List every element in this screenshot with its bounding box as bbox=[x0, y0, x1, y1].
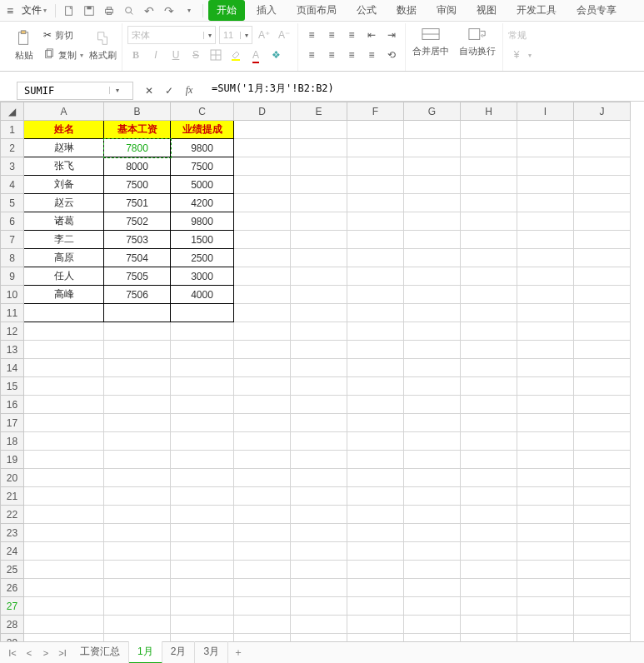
currency-icon[interactable]: ¥ bbox=[508, 47, 525, 63]
cell-B29[interactable] bbox=[104, 634, 171, 642]
cell-B24[interactable] bbox=[104, 542, 171, 561]
cell-B1[interactable]: 基本工资 bbox=[104, 121, 171, 139]
sheet-nav-last-icon[interactable]: >I bbox=[55, 648, 70, 658]
cell-E15[interactable] bbox=[291, 377, 347, 396]
cell-E4[interactable] bbox=[291, 176, 347, 194]
row-header[interactable]: 20 bbox=[1, 469, 24, 487]
cell-G28[interactable] bbox=[404, 616, 461, 634]
row-header[interactable]: 29 bbox=[1, 634, 24, 642]
cell-C16[interactable] bbox=[171, 396, 234, 414]
cell-G26[interactable] bbox=[404, 579, 461, 597]
cell-D9[interactable] bbox=[234, 267, 291, 286]
cut-button[interactable]: ✂ 剪切 bbox=[43, 25, 83, 45]
cell-H3[interactable] bbox=[461, 157, 517, 176]
cell-J6[interactable] bbox=[574, 212, 631, 231]
cell-H13[interactable] bbox=[461, 341, 517, 359]
cell-A27[interactable] bbox=[24, 597, 104, 616]
row-header[interactable]: 22 bbox=[1, 506, 24, 524]
cell-I19[interactable] bbox=[517, 451, 574, 469]
row-header[interactable]: 27 bbox=[1, 597, 24, 616]
cell-I9[interactable] bbox=[517, 267, 574, 286]
cell-J14[interactable] bbox=[574, 359, 631, 377]
cell-H10[interactable] bbox=[461, 286, 517, 304]
cell-F15[interactable] bbox=[347, 377, 404, 396]
cell-B13[interactable] bbox=[104, 341, 171, 359]
cell-C10[interactable]: 4000 bbox=[171, 286, 234, 304]
cell-D11[interactable] bbox=[234, 304, 291, 322]
row-header[interactable]: 11 bbox=[1, 304, 24, 322]
file-menu[interactable]: 文件 ▾ bbox=[18, 3, 50, 17]
cell-G6[interactable] bbox=[404, 212, 461, 231]
row-header[interactable]: 13 bbox=[1, 341, 24, 359]
sheet-tab[interactable]: 1月 bbox=[129, 641, 162, 663]
cell-A13[interactable] bbox=[24, 341, 104, 359]
cell-D8[interactable] bbox=[234, 249, 291, 267]
cell-B10[interactable]: 7506 bbox=[104, 286, 171, 304]
sheet-tab[interactable]: 工资汇总 bbox=[72, 641, 129, 663]
tab-formulas[interactable]: 公式 bbox=[348, 0, 385, 21]
cell-B28[interactable] bbox=[104, 616, 171, 634]
cell-D17[interactable] bbox=[234, 414, 291, 432]
cell-C23[interactable] bbox=[171, 524, 234, 542]
sheet-nav-first-icon[interactable]: I< bbox=[5, 648, 20, 658]
column-header-H[interactable]: H bbox=[461, 102, 517, 121]
cell-C5[interactable]: 4200 bbox=[171, 194, 234, 212]
add-sheet-icon[interactable]: ＋ bbox=[230, 646, 247, 660]
cell-A3[interactable]: 张飞 bbox=[24, 157, 104, 176]
chevron-down-icon[interactable]: ▾ bbox=[109, 87, 124, 94]
row-header[interactable]: 10 bbox=[1, 286, 24, 304]
cell-D27[interactable] bbox=[234, 597, 291, 616]
cell-E27[interactable] bbox=[291, 597, 347, 616]
cell-J5[interactable] bbox=[574, 194, 631, 212]
cell-A18[interactable] bbox=[24, 432, 104, 451]
shrink-font-icon[interactable]: A⁻ bbox=[276, 27, 292, 43]
cell-J28[interactable] bbox=[574, 616, 631, 634]
cell-G13[interactable] bbox=[404, 341, 461, 359]
tab-insert[interactable]: 插入 bbox=[248, 0, 285, 21]
cell-D18[interactable] bbox=[234, 432, 291, 451]
cell-D12[interactable] bbox=[234, 322, 291, 341]
tab-view[interactable]: 视图 bbox=[468, 0, 505, 21]
cell-G29[interactable] bbox=[404, 634, 461, 642]
cell-I17[interactable] bbox=[517, 414, 574, 432]
cell-A17[interactable] bbox=[24, 414, 104, 432]
cell-H23[interactable] bbox=[461, 524, 517, 542]
column-header-C[interactable]: C bbox=[171, 102, 234, 121]
name-box[interactable]: ▾ bbox=[17, 82, 133, 100]
cell-I1[interactable] bbox=[517, 121, 574, 139]
cell-F24[interactable] bbox=[347, 542, 404, 561]
cell-E28[interactable] bbox=[291, 616, 347, 634]
cell-E21[interactable] bbox=[291, 487, 347, 506]
cell-J22[interactable] bbox=[574, 506, 631, 524]
cell-F11[interactable] bbox=[347, 304, 404, 322]
cell-B21[interactable] bbox=[104, 487, 171, 506]
cell-B17[interactable] bbox=[104, 414, 171, 432]
cell-C26[interactable] bbox=[171, 579, 234, 597]
cell-B3[interactable]: 8000 bbox=[104, 157, 171, 176]
cell-D15[interactable] bbox=[234, 377, 291, 396]
cell-F16[interactable] bbox=[347, 396, 404, 414]
cell-E26[interactable] bbox=[291, 579, 347, 597]
cell-I13[interactable] bbox=[517, 341, 574, 359]
cell-H20[interactable] bbox=[461, 469, 517, 487]
row-header[interactable]: 15 bbox=[1, 377, 24, 396]
tab-member[interactable]: 会员专享 bbox=[568, 0, 625, 21]
cell-J27[interactable] bbox=[574, 597, 631, 616]
cell-F6[interactable] bbox=[347, 212, 404, 231]
tab-review[interactable]: 审阅 bbox=[428, 0, 465, 21]
cell-E3[interactable] bbox=[291, 157, 347, 176]
cell-G10[interactable] bbox=[404, 286, 461, 304]
cell-D5[interactable] bbox=[234, 194, 291, 212]
cell-C11[interactable] bbox=[171, 304, 234, 322]
cell-I2[interactable] bbox=[517, 139, 574, 157]
cell-A5[interactable]: 赵云 bbox=[24, 194, 104, 212]
cell-C19[interactable] bbox=[171, 451, 234, 469]
cell-H4[interactable] bbox=[461, 176, 517, 194]
cell-G19[interactable] bbox=[404, 451, 461, 469]
cell-E8[interactable] bbox=[291, 249, 347, 267]
cell-C24[interactable] bbox=[171, 542, 234, 561]
cell-H5[interactable] bbox=[461, 194, 517, 212]
cell-F14[interactable] bbox=[347, 359, 404, 377]
cell-H17[interactable] bbox=[461, 414, 517, 432]
cell-D29[interactable] bbox=[234, 634, 291, 642]
